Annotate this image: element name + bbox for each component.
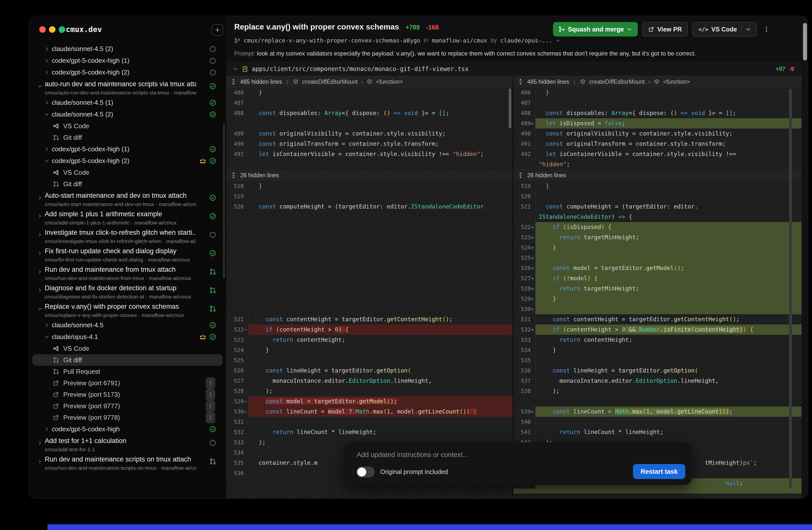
chevron-down-icon[interactable] (44, 158, 49, 163)
sidebar-item-fix-first-run-update-check-and-dialog-display[interactable]: Fix first-run update check and dialog di… (29, 245, 226, 264)
hidden-lines-header[interactable]: 485 hidden lines|createDiffEditorMount›<… (226, 76, 513, 87)
sidebar-item-codex-gpt-5-codex-high-2[interactable]: codex/gpt-5-codex-high (2) (29, 67, 226, 78)
sidebar-scrollbar[interactable] (223, 124, 225, 278)
unfold-icon[interactable] (517, 78, 524, 85)
sidebar-item-investigate-tmux-click-to-refresh-glitch-when-starti[interactable]: Investigate tmux click-to-refresh glitch… (29, 227, 226, 245)
status-pending-icon (209, 45, 216, 53)
chevron-right-icon[interactable] (44, 70, 49, 75)
sidebar-item-run-dev-and-maintenance-scripts-on-tmux-attach[interactable]: Run dev and maintenance scripts on tmux … (29, 454, 226, 472)
squash-merge-button[interactable]: Squash and merge (553, 22, 638, 37)
editor-scrollbar[interactable] (789, 88, 792, 488)
sidebar-item-replace-v-any-with-proper-convex-schemas[interactable]: Replace v.any() with proper convex schem… (29, 301, 226, 319)
vscode-button[interactable]: </> VS Code (692, 22, 757, 37)
chevron-right-icon[interactable] (37, 441, 42, 445)
sidebar-item-codex-gpt-5-codex-high-1[interactable]: codex/gpt-5-codex-high (1) (29, 143, 226, 155)
sidebar-item-auto-start-maintenance-and-dev-on-tmux-attach[interactable]: Auto-start maintenance and dev on tmux a… (29, 190, 226, 208)
sidebar-item-preview-port-9778[interactable]: Preview (port 9778) (29, 412, 226, 423)
branch-label: claude/sonnet-4.5 (1) (52, 99, 113, 106)
sidebar-item-git-diff[interactable]: Git diff (29, 132, 226, 143)
status-icons (209, 99, 216, 106)
close-button[interactable] (39, 26, 46, 33)
chevron-right-icon[interactable] (44, 58, 49, 63)
window-scrollbar-track[interactable] (801, 16, 808, 499)
breadcrumb-symbol[interactable]: createDiffEditorMount (302, 78, 358, 85)
chevron-right-icon[interactable] (37, 232, 42, 237)
chevron-right-icon[interactable] (37, 269, 42, 274)
chevron-down-icon[interactable] (44, 112, 49, 117)
sidebar-item-auto-run-dev-and-maintenance-scripts-via-tmux-atta[interactable]: auto-run dev and maintenance scripts via… (29, 78, 226, 97)
original-prompt-toggle[interactable] (356, 467, 375, 477)
chevron-right-icon[interactable] (44, 46, 49, 52)
file-header[interactable]: apps/client/src/components/monaco/monaco… (226, 62, 801, 76)
sidebar-item-add-test-for-1-1-calculation[interactable]: Add test for 1+1 calculationcmux/add-tes… (29, 435, 226, 454)
hidden-lines-header[interactable]: 26 hidden lines (226, 170, 513, 181)
sidebar-item-run-dev-and-maintenance-from-tmux-attach[interactable]: Run dev and maintenance from tmux attach… (29, 264, 226, 282)
chevron-right-icon[interactable] (44, 147, 49, 152)
sidebar-item-git-diff[interactable]: Git diff (32, 354, 223, 366)
agent-name[interactable]: claude/opus-... (500, 37, 552, 44)
unfold-icon[interactable] (230, 172, 237, 178)
sidebar-item-claude-opus-4-1[interactable]: claude/opus-4.1 (29, 331, 226, 343)
unfold-icon[interactable] (517, 172, 524, 178)
sidebar-item-preview-port-5173[interactable]: Preview (port 5173) (29, 389, 226, 400)
chevron-down-icon[interactable] (556, 38, 560, 43)
code-line: IStandaloneCodeEditor) => { (539, 212, 801, 222)
chevron-right-icon[interactable] (37, 251, 42, 256)
sidebar-item-codex-gpt-5-codex-high-1[interactable]: codex/gpt-5-codex-high (1) (29, 55, 226, 67)
toggle-label: Original prompt included (380, 468, 448, 475)
preview-menu-button[interactable] (206, 377, 215, 389)
sidebar-item-pull-request[interactable]: Pull Request (29, 366, 226, 377)
chevron-right-icon[interactable] (37, 214, 42, 219)
preview-menu-button[interactable] (206, 400, 215, 412)
sidebar-item-codex-gpt-5-codex-high[interactable]: codex/gpt-5-codex-high (29, 423, 226, 435)
chevron-down-icon[interactable] (233, 66, 238, 72)
sidebar-item-add-simple-1-plus-1-arithmetic-example[interactable]: Add simple 1 plus 1 arithmetic examplecm… (29, 208, 226, 227)
sidebar-item-preview-port-6791[interactable]: Preview (port 6791) (29, 377, 226, 389)
instructions-input[interactable]: Add updated instructions or context... (357, 451, 682, 459)
chevron-down-icon[interactable] (44, 334, 49, 340)
branch-name[interactable]: cmux/replace-v-any-with-proper-convex-sc… (244, 37, 420, 44)
breadcrumb-symbol[interactable]: <function> (663, 78, 690, 85)
sidebar-item-claude-sonnet-4-5-2[interactable]: claude/sonnet-4.5 (2) (29, 109, 226, 120)
sidebar-item-codex-gpt-5-codex-high-2[interactable]: codex/gpt-5-codex-high (2) (29, 155, 226, 167)
sidebar-item-git-diff[interactable]: Git diff (29, 178, 226, 190)
window-scrollbar-thumb[interactable] (803, 23, 807, 60)
plus-icon[interactable] (212, 24, 223, 36)
chevron-right-icon[interactable] (37, 459, 42, 464)
sidebar-item-claude-sonnet-4-5-1[interactable]: claude/sonnet-4.5 (1) (29, 97, 226, 109)
chevron-right-icon[interactable] (37, 288, 42, 293)
chevron-down-icon[interactable] (745, 27, 751, 32)
hidden-lines-header[interactable]: 26 hidden lines (513, 170, 801, 181)
chevron-down-icon[interactable] (627, 27, 632, 32)
minimize-button[interactable] (49, 26, 56, 33)
sidebar-item-preview-port-9777[interactable]: Preview (port 9777) (29, 400, 226, 412)
chevron-right-icon[interactable] (44, 323, 49, 328)
chevron-down-icon[interactable] (37, 84, 42, 89)
chevron-right-icon[interactable] (44, 100, 49, 105)
task-branch-subtitle: cmux/run-dev-and-maintenance-from-tmux ·… (45, 275, 191, 281)
header-overflow-button[interactable] (762, 26, 771, 33)
preview-menu-button[interactable] (206, 412, 215, 423)
sidebar-item-vs-code[interactable]: VS Code (29, 167, 226, 178)
sidebar-item-claude-sonnet-4-5[interactable]: claude/sonnet-4.5 (29, 319, 226, 331)
hidden-lines-header[interactable]: 485 hidden lines|createDiffEditorMount›<… (513, 76, 801, 87)
diff-context-row: 490 const originalTransform = container.… (226, 139, 513, 149)
code-line: if (contentHeight > 0 && Number.isFinite… (539, 325, 801, 335)
pull-request-icon (53, 368, 59, 375)
preview-menu-button[interactable] (206, 389, 215, 400)
chevron-right-icon[interactable] (44, 427, 49, 432)
breadcrumb-symbol[interactable]: <function> (376, 78, 403, 85)
diff-context-row: 534 } (513, 345, 801, 355)
editor-scrollbar[interactable] (509, 88, 511, 129)
restart-task-button[interactable]: Restart task (633, 464, 685, 479)
repo-name[interactable]: manaflow-ai/cmux (432, 37, 487, 44)
unfold-icon[interactable] (230, 78, 237, 85)
sidebar-item-diagnose-and-fix-docker-detection-at-startup[interactable]: Diagnose and fix docker detection at sta… (29, 282, 226, 301)
sidebar-item-claude-sonnet-4-5-2[interactable]: claude/sonnet-4.5 (2) (29, 43, 226, 55)
view-pr-button[interactable]: View PR (642, 22, 688, 37)
breadcrumb-symbol[interactable]: createDiffEditorMount (589, 78, 645, 85)
chevron-right-icon[interactable] (37, 195, 42, 200)
sidebar-item-vs-code[interactable]: VS Code (29, 343, 226, 354)
sidebar-item-vs-code[interactable]: VS Code (29, 120, 226, 132)
chevron-down-icon[interactable] (37, 306, 42, 311)
